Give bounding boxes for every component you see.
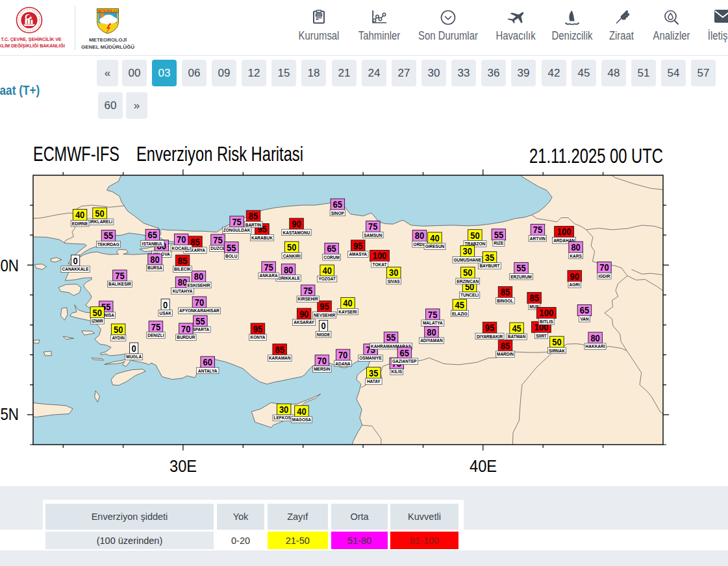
svg-text:SINOP: SINOP — [331, 211, 345, 215]
svg-text:KAYSERI: KAYSERI — [338, 310, 357, 314]
svg-text:0: 0 — [73, 255, 78, 266]
svg-text:KASTAMONU: KASTAMONU — [283, 230, 310, 235]
svg-text:BAYBURT: BAYBURT — [479, 264, 499, 268]
svg-text:ISTANBUL: ISTANBUL — [142, 241, 163, 246]
svg-text:100: 100 — [540, 307, 554, 318]
svg-text:KILIS: KILIS — [391, 369, 402, 374]
svg-text:0: 0 — [163, 299, 168, 310]
svg-text:NIGDE: NIGDE — [317, 332, 331, 337]
svg-text:NEVSEHIR: NEVSEHIR — [314, 313, 336, 317]
svg-text:BURSA: BURSA — [147, 265, 162, 270]
svg-text:ISPARTA: ISPARTA — [192, 327, 210, 332]
svg-text:70: 70 — [338, 349, 347, 360]
svg-text:ANKARA: ANKARA — [260, 273, 278, 278]
svg-text:90: 90 — [299, 308, 308, 319]
svg-text:55: 55 — [386, 332, 395, 343]
svg-text:75: 75 — [232, 216, 241, 227]
svg-text:80: 80 — [150, 254, 159, 265]
svg-text:75: 75 — [428, 309, 437, 320]
svg-text:ECMWF-IFS: ECMWF-IFS — [33, 142, 119, 166]
svg-text:KARAMAN: KARAMAN — [269, 356, 291, 360]
svg-text:35: 35 — [369, 367, 378, 378]
svg-text:RIZE: RIZE — [494, 241, 503, 245]
svg-text:ZONGULDAK: ZONGULDAK — [223, 228, 251, 232]
svg-text:AFYONKARAHISAR: AFYONKARAHISAR — [179, 308, 220, 313]
svg-text:100: 100 — [373, 250, 387, 261]
svg-text:65: 65 — [327, 243, 336, 254]
svg-text:75: 75 — [213, 234, 222, 245]
svg-text:65: 65 — [580, 304, 589, 315]
svg-text:YOZGAT: YOZGAT — [318, 277, 336, 281]
svg-text:KIRKLARELI: KIRKLARELI — [87, 219, 113, 224]
svg-text:70: 70 — [318, 355, 327, 366]
svg-text:55: 55 — [195, 315, 205, 326]
svg-text:85: 85 — [501, 286, 510, 297]
svg-text:BALIKESIR: BALIKESIR — [108, 282, 131, 286]
svg-text:SIVAS: SIVAS — [388, 279, 401, 284]
svg-text:SIRNAK: SIRNAK — [549, 349, 565, 353]
svg-text:50: 50 — [287, 241, 296, 252]
svg-text:55: 55 — [516, 262, 525, 273]
svg-text:95: 95 — [320, 301, 329, 312]
svg-text:30: 30 — [279, 404, 288, 415]
svg-text:HATAY: HATAY — [367, 379, 381, 384]
svg-text:ERZINCAN: ERZINCAN — [457, 279, 479, 284]
svg-text:95: 95 — [485, 322, 494, 333]
svg-text:ERZURUM: ERZURUM — [510, 275, 532, 279]
svg-text:HAKKARI: HAKKARI — [586, 344, 605, 349]
svg-text:USAK: USAK — [159, 311, 171, 315]
svg-text:BITLIS: BITLIS — [540, 319, 553, 324]
svg-text:CANKIRI: CANKIRI — [283, 254, 301, 258]
svg-text:KONYA: KONYA — [251, 335, 266, 339]
svg-text:OSMANIYE: OSMANIYE — [359, 356, 382, 360]
svg-text:GAZIANTEP: GAZIANTEP — [392, 359, 417, 363]
svg-text:TUNCELI: TUNCELI — [460, 293, 479, 297]
svg-text:SAMSUN: SAMSUN — [364, 233, 382, 238]
svg-text:GIRESUN: GIRESUN — [425, 244, 445, 249]
svg-text:BILECIK: BILECIK — [174, 267, 191, 271]
svg-text:80: 80 — [590, 332, 599, 343]
svg-text:75: 75 — [151, 321, 160, 332]
svg-text:60: 60 — [203, 356, 212, 367]
svg-text:90: 90 — [570, 271, 579, 282]
svg-text:40: 40 — [343, 297, 352, 308]
svg-text:ADIYAMAN: ADIYAMAN — [420, 338, 443, 343]
svg-text:40N: 40N — [0, 256, 19, 275]
svg-text:80: 80 — [178, 277, 187, 288]
svg-text:Enverziyon Risk Haritasi: Enverziyon Risk Haritasi — [136, 142, 303, 166]
svg-text:55: 55 — [104, 230, 113, 241]
svg-text:ESKISEHIR: ESKISEHIR — [187, 283, 210, 288]
svg-text:AMASYA: AMASYA — [349, 252, 367, 256]
svg-text:50: 50 — [552, 336, 561, 347]
svg-text:50: 50 — [95, 208, 104, 219]
svg-text:80: 80 — [284, 264, 293, 275]
svg-text:IGDIR: IGDIR — [598, 274, 610, 278]
svg-text:BOLU: BOLU — [225, 254, 238, 258]
svg-text:75: 75 — [303, 285, 312, 296]
svg-text:45: 45 — [455, 299, 464, 310]
svg-text:DENIZLI: DENIZLI — [147, 333, 164, 338]
svg-text:70: 70 — [599, 262, 609, 273]
svg-text:40: 40 — [430, 232, 439, 243]
svg-text:75: 75 — [264, 262, 273, 273]
svg-text:85: 85 — [530, 292, 539, 303]
svg-text:30: 30 — [389, 267, 398, 278]
svg-text:90: 90 — [292, 218, 301, 229]
svg-text:ANTALYA: ANTALYA — [198, 369, 218, 373]
svg-text:95: 95 — [253, 323, 262, 334]
svg-text:MALATYA: MALATYA — [423, 321, 443, 325]
svg-text:21.11.2025 00 UTC: 21.11.2025 00 UTC — [529, 144, 663, 167]
svg-text:100: 100 — [557, 226, 571, 237]
svg-text:AKSARAY: AKSARAY — [294, 320, 314, 325]
svg-text:EDIRNE: EDIRNE — [72, 221, 88, 226]
svg-text:TOKAT: TOKAT — [373, 262, 387, 267]
svg-text:0: 0 — [132, 343, 136, 354]
svg-text:50: 50 — [463, 267, 472, 278]
svg-text:65: 65 — [400, 347, 409, 358]
svg-text:65: 65 — [333, 199, 342, 210]
svg-text:65: 65 — [148, 229, 157, 240]
svg-text:KIRSEHIR: KIRSEHIR — [298, 297, 318, 301]
svg-text:70: 70 — [181, 323, 190, 334]
svg-text:40: 40 — [323, 265, 332, 276]
svg-text:55: 55 — [227, 242, 236, 253]
